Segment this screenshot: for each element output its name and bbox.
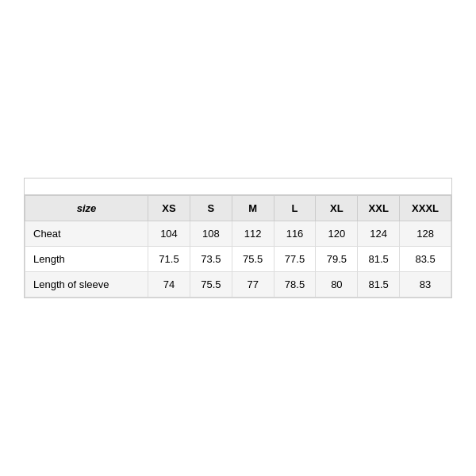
cell-r2-c1: 75.5 bbox=[190, 272, 232, 298]
cell-r1-c0: 71.5 bbox=[148, 247, 190, 272]
row-label-1: Length bbox=[25, 247, 148, 272]
size-chart-table: sizeXSSMLXLXXLXXXL Cheat1041081121161201… bbox=[25, 195, 451, 298]
table-row: Length of sleeve7475.57778.58081.583 bbox=[25, 272, 451, 298]
row-label-2: Length of sleeve bbox=[25, 272, 148, 298]
cell-r1-c4: 79.5 bbox=[316, 247, 358, 272]
size-chart-container: sizeXSSMLXLXXLXXXL Cheat1041081121161201… bbox=[24, 178, 452, 298]
header-size-label: size bbox=[25, 196, 148, 221]
cell-r1-c5: 81.5 bbox=[358, 247, 400, 272]
cell-r1-c3: 77.5 bbox=[274, 247, 316, 272]
cell-r0-c2: 112 bbox=[232, 221, 274, 247]
cell-r1-c1: 73.5 bbox=[190, 247, 232, 272]
header-xxl: XXL bbox=[358, 196, 400, 221]
cell-r2-c0: 74 bbox=[148, 272, 190, 298]
cell-r2-c5: 81.5 bbox=[358, 272, 400, 298]
cell-r0-c5: 124 bbox=[358, 221, 400, 247]
cell-r0-c3: 116 bbox=[274, 221, 316, 247]
cell-r1-c2: 75.5 bbox=[232, 247, 274, 272]
cell-r2-c4: 80 bbox=[316, 272, 358, 298]
table-title bbox=[25, 178, 451, 195]
header-m: M bbox=[232, 196, 274, 221]
cell-r2-c2: 77 bbox=[232, 272, 274, 298]
table-row: Length71.573.575.577.579.581.583.5 bbox=[25, 247, 451, 272]
table-header-row: sizeXSSMLXLXXLXXXL bbox=[25, 196, 451, 221]
cell-r2-c6: 83 bbox=[400, 272, 451, 298]
cell-r0-c0: 104 bbox=[148, 221, 190, 247]
cell-r1-c6: 83.5 bbox=[400, 247, 451, 272]
header-xs: XS bbox=[148, 196, 190, 221]
cell-r2-c3: 78.5 bbox=[274, 272, 316, 298]
header-xl: XL bbox=[316, 196, 358, 221]
cell-r0-c6: 128 bbox=[400, 221, 451, 247]
header-l: L bbox=[274, 196, 316, 221]
row-label-0: Cheat bbox=[25, 221, 148, 247]
table-body: Cheat104108112116120124128Length71.573.5… bbox=[25, 221, 451, 298]
cell-r0-c4: 120 bbox=[316, 221, 358, 247]
table-row: Cheat104108112116120124128 bbox=[25, 221, 451, 247]
cell-r0-c1: 108 bbox=[190, 221, 232, 247]
header-s: S bbox=[190, 196, 232, 221]
header-xxxl: XXXL bbox=[400, 196, 451, 221]
